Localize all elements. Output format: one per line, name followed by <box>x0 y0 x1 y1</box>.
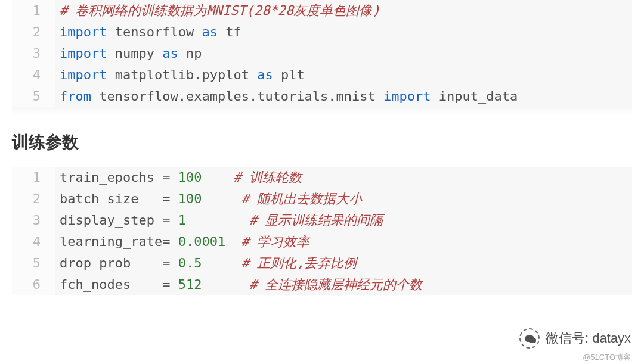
token-kw: import <box>383 89 431 104</box>
code-line: 2import tensorflow as tf <box>12 21 632 43</box>
code-content: import matplotlib.pyplot as plt <box>55 64 305 86</box>
token-ident: matplotlib.pyplot <box>107 67 257 82</box>
code-line: 1# 卷积网络的训练数据为MNIST(28*28灰度单色图像) <box>12 0 632 21</box>
code-block-2: 1train_epochs = 100 # 训练轮数2batch_size = … <box>12 167 632 295</box>
code-block-1: 1# 卷积网络的训练数据为MNIST(28*28灰度单色图像)2import t… <box>12 0 632 114</box>
line-number: 2 <box>12 21 55 43</box>
token-ident: learning_rate= <box>60 234 178 249</box>
code-line: 4learning_rate= 0.0001 # 学习效率 <box>12 231 632 253</box>
wechat-icon <box>519 328 540 349</box>
code-content: fch_nodes = 512 # 全连接隐藏层神经元的个数 <box>55 274 422 295</box>
token-ident <box>202 170 233 185</box>
line-number: 5 <box>12 253 55 274</box>
token-ident: tensorflow.examples.tutorials.mnist <box>91 89 383 104</box>
token-comment: # 全连接隐藏层神经元的个数 <box>249 277 423 292</box>
code-content: display_step = 1 # 显示训练结果的间隔 <box>55 210 383 231</box>
line-number: 2 <box>12 188 55 210</box>
token-ident <box>225 234 242 249</box>
code-line: 2batch_size = 100 # 随机出去数据大小 <box>12 188 632 210</box>
token-comment: # 卷积网络的训练数据为MNIST(28*28灰度单色图像) <box>60 3 380 18</box>
token-ident: fch_nodes = <box>60 277 178 292</box>
token-comment: # 显示训练结果的间隔 <box>249 213 383 228</box>
token-num: 100 <box>178 191 202 206</box>
code-line: 6fch_nodes = 512 # 全连接隐藏层神经元的个数 <box>12 274 632 295</box>
code-lines-2: 1train_epochs = 100 # 训练轮数2batch_size = … <box>12 167 632 295</box>
token-num: 100 <box>178 170 202 185</box>
token-kw: import <box>60 46 107 61</box>
token-as: as <box>202 24 218 39</box>
code-line: 1train_epochs = 100 # 训练轮数 <box>12 167 632 188</box>
token-kw: import <box>60 67 107 82</box>
token-comment: # 正则化,丢弃比例 <box>242 256 357 270</box>
token-ident: np <box>178 46 202 61</box>
line-number: 1 <box>12 0 55 21</box>
token-ident <box>186 213 249 228</box>
code-lines-1: 1# 卷积网络的训练数据为MNIST(28*28灰度单色图像)2import t… <box>12 0 632 107</box>
token-ident: batch_size = <box>60 191 178 206</box>
token-comment: # 训练轮数 <box>233 170 302 185</box>
line-number: 3 <box>12 43 55 64</box>
token-ident: tensorflow <box>107 24 202 39</box>
code-line: 3import numpy as np <box>12 43 632 64</box>
token-kw: from <box>60 89 91 104</box>
code-line: 3display_step = 1 # 显示训练结果的间隔 <box>12 210 632 231</box>
code-content: # 卷积网络的训练数据为MNIST(28*28灰度单色图像) <box>55 0 380 21</box>
code-line: 4import matplotlib.pyplot as plt <box>12 64 632 86</box>
code-content: learning_rate= 0.0001 # 学习效率 <box>55 231 309 253</box>
code-line: 5drop_prob = 0.5 # 正则化,丢弃比例 <box>12 253 632 274</box>
code-content: train_epochs = 100 # 训练轮数 <box>55 167 302 188</box>
token-ident: train_epochs = <box>60 170 178 185</box>
token-comment: # 随机出去数据大小 <box>242 191 363 206</box>
line-number: 5 <box>12 86 55 107</box>
token-num: 512 <box>178 277 202 292</box>
line-number: 6 <box>12 274 55 295</box>
token-ident: tf <box>218 24 242 39</box>
token-num: 0.0001 <box>178 234 225 249</box>
watermark-text: 微信号: datayx <box>546 329 631 347</box>
token-as: as <box>162 46 178 61</box>
line-number: 1 <box>12 167 55 188</box>
token-comment: # 学习效率 <box>242 234 310 249</box>
token-as: as <box>257 67 273 82</box>
token-ident: display_step = <box>60 213 178 228</box>
token-ident <box>202 256 241 270</box>
bubble-shape <box>529 338 536 343</box>
code-content: import tensorflow as tf <box>55 21 242 43</box>
code-content: from tensorflow.examples.tutorials.mnist… <box>55 86 518 107</box>
token-kw: import <box>60 24 107 39</box>
code-line: 5from tensorflow.examples.tutorials.mnis… <box>12 86 632 107</box>
section-heading: 训练参数 <box>12 131 632 154</box>
line-number: 3 <box>12 210 55 231</box>
line-number: 4 <box>12 231 55 253</box>
token-num: 1 <box>178 213 186 228</box>
token-num: 0.5 <box>178 256 202 270</box>
token-ident: drop_prob = <box>60 256 178 270</box>
code-content: batch_size = 100 # 随机出去数据大小 <box>55 188 362 210</box>
code-content: drop_prob = 0.5 # 正则化,丢弃比例 <box>55 253 357 274</box>
fade-divider <box>12 107 632 114</box>
token-ident: plt <box>273 67 305 82</box>
code-content: import numpy as np <box>55 43 202 64</box>
token-ident: input_data <box>431 89 518 104</box>
token-ident <box>202 191 241 206</box>
line-number: 4 <box>12 64 55 86</box>
attribution-text: @51CTO博客 <box>583 352 631 363</box>
token-ident <box>202 277 249 292</box>
token-ident: numpy <box>107 46 162 61</box>
wechat-watermark: 微信号: datayx <box>519 328 631 349</box>
